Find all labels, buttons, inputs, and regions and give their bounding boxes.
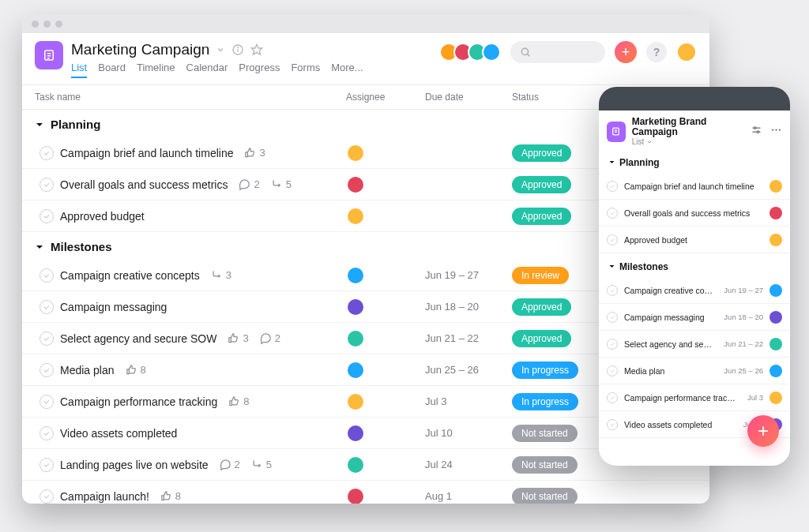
search-input[interactable] — [510, 41, 605, 63]
complete-checkbox[interactable] — [607, 392, 618, 403]
star-icon[interactable] — [250, 43, 263, 56]
status-pill[interactable]: Approved — [512, 176, 571, 193]
mobile-task-row[interactable]: Select agency and secure SOWJun 21 – 22 — [599, 331, 790, 358]
assignee-avatar[interactable] — [346, 175, 365, 194]
project-menu-caret-icon[interactable] — [216, 45, 225, 54]
complete-checkbox[interactable] — [607, 419, 618, 430]
column-task-name[interactable]: Task name — [22, 92, 346, 103]
due-date[interactable]: Jul 3 — [425, 395, 512, 407]
due-date[interactable]: Jun 21 – 22 — [425, 332, 512, 344]
due-date: Jun 19 – 27 — [724, 286, 763, 294]
complete-checkbox[interactable] — [607, 312, 618, 323]
status-pill[interactable]: In review — [512, 267, 569, 284]
assignee-avatar[interactable] — [346, 487, 365, 504]
complete-checkbox[interactable] — [40, 363, 54, 377]
due-date[interactable]: Jul 24 — [425, 459, 512, 470]
assignee-avatar[interactable] — [769, 234, 782, 246]
mobile-add-button[interactable]: + — [747, 415, 779, 447]
complete-checkbox[interactable] — [40, 146, 54, 160]
tab-forms[interactable]: Forms — [291, 62, 320, 78]
status-pill[interactable]: Not started — [512, 488, 578, 504]
more-icon[interactable] — [770, 124, 782, 139]
add-button[interactable]: + — [615, 41, 637, 63]
assignee-avatar[interactable] — [769, 365, 782, 377]
column-assignee[interactable]: Assignee — [346, 92, 425, 103]
complete-checkbox[interactable] — [607, 181, 618, 192]
complete-checkbox[interactable] — [607, 234, 618, 245]
complete-checkbox[interactable] — [607, 365, 618, 377]
mobile-section-header[interactable]: Planning — [599, 149, 790, 173]
task-row[interactable]: Campaign launch!8Aug 1Not started — [22, 481, 709, 504]
complete-checkbox[interactable] — [607, 285, 618, 296]
subtask-icon — [211, 269, 223, 281]
complete-checkbox[interactable] — [607, 208, 618, 219]
assignee-avatar[interactable] — [346, 361, 365, 380]
due-date[interactable]: Jun 25 – 26 — [425, 364, 512, 376]
complete-checkbox[interactable] — [40, 395, 54, 409]
column-due-date[interactable]: Due date — [425, 92, 512, 103]
due-date[interactable]: Jul 10 — [425, 427, 512, 439]
traffic-light-zoom[interactable] — [55, 21, 62, 28]
mobile-section-header[interactable]: Milestones — [599, 253, 790, 277]
complete-checkbox[interactable] — [40, 489, 54, 504]
complete-checkbox[interactable] — [40, 209, 54, 223]
assignee-avatar[interactable] — [769, 207, 782, 219]
assignee-avatar[interactable] — [346, 298, 365, 317]
mobile-task-row[interactable]: Approved budget — [599, 227, 790, 253]
due-date[interactable]: Aug 1 — [425, 490, 512, 502]
traffic-light-minimize[interactable] — [43, 21, 51, 28]
mobile-header: Marketing Brand Campaign List — [599, 111, 790, 149]
complete-checkbox[interactable] — [40, 300, 54, 314]
complete-checkbox[interactable] — [40, 332, 54, 346]
complete-checkbox[interactable] — [40, 458, 54, 472]
mobile-task-row[interactable]: Overall goals and success metrics — [599, 200, 790, 227]
mobile-task-row[interactable]: Campaign performance trackingJul 3 — [599, 384, 790, 411]
help-button[interactable]: ? — [646, 42, 667, 62]
assignee-avatar[interactable] — [346, 455, 365, 474]
assignee-avatar[interactable] — [346, 266, 365, 285]
assignee-avatar[interactable] — [769, 284, 782, 297]
status-pill[interactable]: Approved — [512, 208, 571, 225]
filter-icon[interactable] — [751, 124, 762, 139]
assignee-avatar[interactable] — [769, 311, 782, 324]
member-avatars[interactable] — [444, 43, 501, 62]
member-avatar[interactable] — [482, 43, 501, 62]
complete-checkbox[interactable] — [40, 268, 54, 283]
mobile-task-row[interactable]: Campaign creative conceptsJun 19 – 27 — [599, 277, 790, 304]
tab-board[interactable]: Board — [98, 62, 126, 78]
complete-checkbox[interactable] — [40, 178, 54, 192]
project-header: Marketing Campaign ListBoardTimelineCale… — [22, 33, 709, 78]
assignee-avatar[interactable] — [346, 207, 365, 226]
assignee-avatar[interactable] — [346, 144, 365, 163]
assignee-avatar[interactable] — [769, 392, 782, 404]
assignee-avatar[interactable] — [769, 338, 782, 350]
tab-calendar[interactable]: Calendar — [186, 62, 228, 78]
user-avatar[interactable] — [676, 42, 697, 62]
status-pill[interactable]: Approved — [512, 298, 571, 316]
tab-list[interactable]: List — [71, 62, 87, 78]
like-icon — [126, 364, 137, 376]
mobile-view-label[interactable]: List — [632, 137, 744, 146]
status-pill[interactable]: Not started — [512, 425, 578, 442]
traffic-light-close[interactable] — [32, 21, 39, 28]
status-pill[interactable]: Approved — [512, 330, 571, 347]
status-pill[interactable]: Approved — [512, 144, 571, 162]
tab-more[interactable]: More... — [331, 62, 363, 78]
assignee-avatar[interactable] — [346, 424, 365, 443]
due-date[interactable]: Jun 19 – 27 — [425, 269, 512, 281]
status-pill[interactable]: In progress — [512, 362, 578, 379]
complete-checkbox[interactable] — [40, 426, 54, 440]
mobile-task-row[interactable]: Campaign messagingJun 18 – 20 — [599, 304, 790, 331]
mobile-task-row[interactable]: Media planJun 25 – 26 — [599, 358, 790, 384]
status-pill[interactable]: Not started — [512, 456, 578, 474]
info-icon[interactable] — [231, 43, 244, 56]
assignee-avatar[interactable] — [346, 392, 365, 411]
tab-timeline[interactable]: Timeline — [137, 62, 175, 78]
status-pill[interactable]: In progress — [512, 393, 578, 410]
complete-checkbox[interactable] — [607, 339, 618, 350]
tab-progress[interactable]: Progress — [239, 62, 280, 78]
due-date[interactable]: Jun 18 – 20 — [425, 301, 512, 313]
assignee-avatar[interactable] — [769, 180, 782, 193]
mobile-task-row[interactable]: Campaign brief and launch timeline — [599, 173, 790, 200]
assignee-avatar[interactable] — [346, 329, 365, 348]
